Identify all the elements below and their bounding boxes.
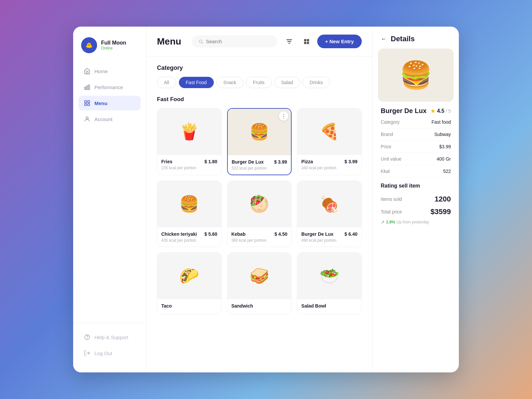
detail-value-kkal: 522 <box>443 169 451 174</box>
grid-icon <box>303 38 310 45</box>
tab-fruits[interactable]: Fruits <box>246 77 272 88</box>
new-entry-button[interactable]: + New Entry <box>317 35 362 48</box>
sidebar-item-account[interactable]: Account <box>78 112 141 126</box>
food-card-salad-bowl[interactable]: 🥗 Salad Bowl <box>297 252 362 314</box>
food-price-fries: $ 1.80 <box>204 159 217 164</box>
food-kcal-burger-delux: 522 kcal per portion <box>232 166 287 171</box>
svg-point-13 <box>87 339 87 339</box>
svg-rect-5 <box>86 86 87 90</box>
food-name-fries: Fries <box>161 159 172 164</box>
food-price-chicken-teriyaki: $ 5.60 <box>204 231 217 237</box>
food-card-pizza[interactable]: 🍕 Pizza $ 3.99 340 kcal per portion <box>297 108 362 175</box>
help-icon <box>84 334 90 340</box>
sidebar-item-performance[interactable]: Performance <box>78 80 141 94</box>
food-card-chicken-teriyaki[interactable]: 🍔 Chicken teriyaki $ 5.60 435 kcal per p… <box>157 181 222 247</box>
tab-all[interactable]: All <box>157 77 176 88</box>
sidebar-item-home-label: Home <box>94 68 108 74</box>
search-icon <box>199 39 203 44</box>
food-name-sandwich: Sandwich <box>231 303 253 309</box>
food-card-taco[interactable]: 🌮 Taco <box>157 252 222 314</box>
rating-sell-section: Rating sell item Items sold 1200 Total p… <box>373 178 459 230</box>
main-content: Menu <box>146 27 372 372</box>
filter-button[interactable] <box>283 35 296 48</box>
sidebar-item-logout-label: Log Out <box>94 350 112 356</box>
food-image-chicken-teriyaki: 🍔 <box>157 181 221 227</box>
tab-drinks[interactable]: Drinks <box>303 77 330 88</box>
details-rating: ★ 4.5 / 5 <box>430 107 451 115</box>
tab-snack[interactable]: Snack <box>216 77 243 88</box>
filter-icon <box>286 38 293 45</box>
food-kcal-pizza: 340 kcal per portion <box>301 166 357 170</box>
page-title: Menu <box>157 36 181 47</box>
user-icon <box>84 116 90 122</box>
food-name-taco: Taco <box>161 303 172 309</box>
total-price-value: $3599 <box>431 207 451 216</box>
svg-point-11 <box>86 117 88 119</box>
food-card-kebab[interactable]: 🥙 Kebab $ 4.50 360 kcal per portion <box>227 181 292 247</box>
app-name: Full Moon <box>101 40 126 46</box>
food-section-label: Fast Food <box>157 96 362 103</box>
food-image-burger-delux: 🍔 ⋮ <box>228 109 291 155</box>
food-image-salad-bowl: 🥗 <box>297 253 361 299</box>
detail-value-category: Fast food <box>432 119 451 125</box>
food-image-kebab: 🥙 <box>227 181 292 227</box>
details-table: Category Fast food Brand Subway Price $3… <box>373 116 459 178</box>
search-input[interactable] <box>206 39 270 44</box>
category-label: Category <box>157 65 362 71</box>
details-panel: ← Details 🍔 Burger De Lux ★ 4.5 / 5 Cate… <box>372 27 459 372</box>
sidebar-item-menu-label: Menu <box>94 100 107 106</box>
svg-rect-23 <box>307 42 309 44</box>
food-image-pizza: 🍕 <box>297 108 361 155</box>
sidebar-item-menu[interactable]: Menu <box>78 96 141 110</box>
detail-value-brand: Subway <box>434 132 451 137</box>
tab-fast-food[interactable]: Fast Food <box>179 77 214 88</box>
food-card-burger-delux[interactable]: 🍔 ⋮ Burger De Lux $ 3.99 522 kcal per po… <box>227 108 292 175</box>
food-name-pizza: Pizza <box>301 159 313 164</box>
details-item-name: Burger De Lux <box>381 107 427 115</box>
detail-row-category: Category Fast food <box>381 116 451 128</box>
items-sold-row: Items sold 1200 <box>381 193 451 205</box>
items-sold-label: Items sold <box>381 197 402 202</box>
svg-rect-21 <box>307 39 309 41</box>
grid-view-button[interactable] <box>300 35 313 48</box>
sidebar-bottom: Help & Support Log Out <box>73 323 146 362</box>
food-name-burger-delux: Burger De Lux <box>232 159 264 165</box>
rating-value: 4.5 <box>437 108 444 114</box>
details-header: ← Details <box>373 27 459 49</box>
sidebar-item-account-label: Account <box>94 116 112 122</box>
up-arrow-icon: ↗ <box>381 219 385 225</box>
card-options-button[interactable]: ⋮ <box>279 111 288 121</box>
detail-row-brand: Brand Subway <box>381 128 451 141</box>
svg-rect-8 <box>88 101 90 103</box>
change-indicator: ↗ 1.9% Up from yesterday <box>381 219 451 225</box>
details-title: Details <box>391 35 415 43</box>
app-status: Online <box>101 46 126 51</box>
food-card-fries[interactable]: 🍟 Fries $ 1.80 235 kcal per portion <box>157 108 222 175</box>
sidebar-item-home[interactable]: Home <box>78 64 141 78</box>
food-kcal-fries: 235 kcal per portion <box>161 166 217 170</box>
total-price-label: Total price <box>381 209 402 214</box>
food-card-burger-delux-2[interactable]: 🍖 Burger De Lux $ 6.40 490 kcal per port… <box>297 181 362 247</box>
search-box[interactable] <box>192 35 277 48</box>
detail-row-unit: Unit value 400 Gr <box>381 153 451 165</box>
food-image-fries: 🍟 <box>157 108 221 155</box>
food-price-pizza: $ 3.99 <box>344 159 357 164</box>
svg-rect-6 <box>88 85 89 89</box>
food-card-sandwich[interactable]: 🥪 Sandwich <box>227 252 292 314</box>
svg-rect-10 <box>88 104 90 106</box>
tab-salad[interactable]: Salad <box>274 77 300 88</box>
home-icon <box>84 68 90 74</box>
sidebar-item-help[interactable]: Help & Support <box>78 330 141 344</box>
food-price-burger-delux-2: $ 6.40 <box>344 231 357 237</box>
food-price-kebab: $ 4.50 <box>274 231 287 237</box>
back-button[interactable]: ← <box>381 36 387 43</box>
food-image-sandwich: 🥪 <box>227 253 292 299</box>
detail-label-price: Price <box>381 144 391 149</box>
rating-max: / 5 <box>446 108 451 114</box>
svg-rect-7 <box>85 101 87 103</box>
change-text: Up from yesterday <box>396 220 429 224</box>
detail-label-unit: Unit value <box>381 156 401 162</box>
food-name-kebab: Kebab <box>231 231 246 237</box>
logo-section: Full Moon Online <box>73 37 146 64</box>
sidebar-item-logout[interactable]: Log Out <box>78 346 141 360</box>
